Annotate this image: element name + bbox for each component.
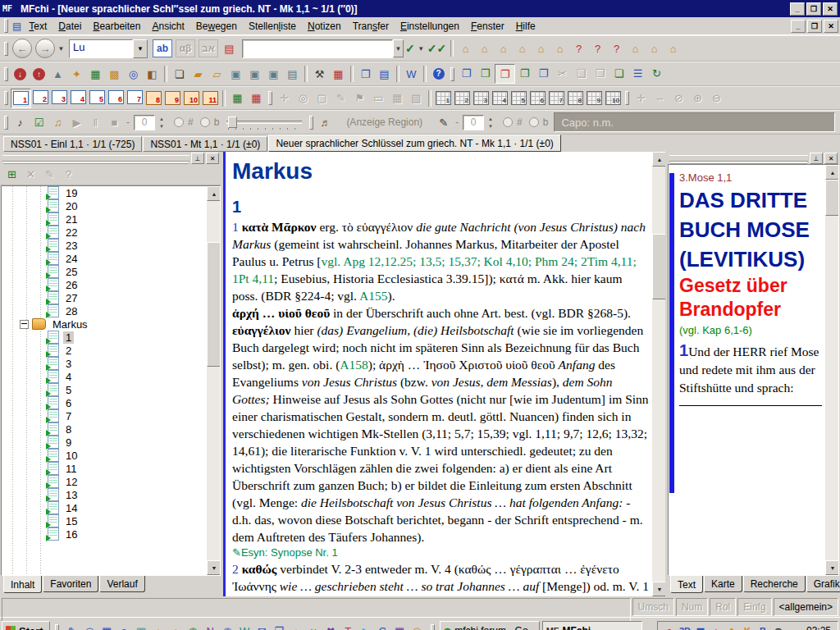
doc-tab-mk[interactable]: Neuer sprachlicher Schlüssel zum griech.… (268, 135, 560, 152)
tree-item-chapter[interactable]: 13 (2, 488, 220, 501)
tree-item-chapter[interactable]: 5 (2, 383, 220, 396)
child-close-button[interactable]: ✕ (824, 20, 838, 33)
refresh-button[interactable]: ↻ (647, 64, 666, 82)
panel-close-icon[interactable]: ✕ (824, 153, 838, 164)
menu-text[interactable]: Text (23, 19, 52, 34)
table-7-button[interactable]: 7 (547, 89, 566, 107)
firefox-icon[interactable]: ● (150, 623, 167, 630)
child-restore-button[interactable]: ❐ (807, 20, 822, 33)
task-browser[interactable]: ◉ mfchi forum - Go... (440, 621, 540, 630)
stop-button[interactable]: ■ (105, 113, 124, 131)
home-8-button[interactable]: ⌂ (645, 39, 664, 57)
spin-up-icon[interactable]: ▲ (157, 115, 167, 122)
menu-transfer[interactable]: Transfer (347, 19, 395, 34)
translation-combo[interactable]: Lu ▼ (69, 40, 148, 57)
layout-7-button[interactable]: 7 (126, 89, 144, 107)
network-places-icon[interactable]: ▦ (98, 623, 116, 630)
minimize-button[interactable]: _ (790, 2, 805, 16)
contents-panel-header[interactable]: ⊥ ✕ (1, 152, 221, 164)
hebrew-search-toggle[interactable]: אב (199, 39, 218, 57)
close-button[interactable]: ✕ (823, 2, 838, 16)
imaging-icon[interactable]: ▣ (133, 623, 150, 630)
playlist-button[interactable]: ♪ (11, 113, 30, 131)
doc-tab-mt[interactable]: NSS01 - Mt 1,1 · 1/1 (±0) (143, 136, 267, 152)
region-edit-button[interactable]: ✎ (434, 113, 453, 131)
tree-item-chapter[interactable]: 14 (2, 501, 220, 514)
menu-ansicht[interactable]: Ansicht (146, 19, 189, 34)
windows-icon[interactable]: ❐ (271, 623, 288, 630)
tree-item-book-markus[interactable]: Markus (2, 317, 220, 331)
tree-item-chapter[interactable]: 15 (2, 514, 220, 527)
opera-icon[interactable]: ● (167, 623, 185, 630)
tree-item-chapter[interactable]: 3 (2, 357, 220, 370)
tab-recherche[interactable]: Recherche (743, 576, 806, 592)
display-options-button[interactable]: ▦ (329, 65, 348, 83)
go-dropdown-button[interactable]: ▼ (417, 40, 426, 57)
layout-5-button[interactable]: 5 (88, 89, 107, 107)
tree-item-chapter[interactable]: 1 (2, 331, 220, 344)
zoom-select-button[interactable]: ⊘ (669, 89, 688, 107)
home-3-button[interactable]: ⌂ (494, 39, 513, 57)
mountain-icon[interactable]: ▲ (48, 65, 67, 83)
tree-item-chapter[interactable]: 26 (2, 278, 220, 291)
reference-dropdown-button[interactable]: ▼ (393, 39, 404, 57)
menu-bearbeiten[interactable]: Bearbeiten (87, 19, 146, 34)
go-all-button[interactable]: ✓✓ (426, 42, 448, 55)
guitar-chords-button[interactable]: ♬ (316, 113, 335, 131)
save-as-button[interactable]: ▣ (245, 65, 264, 83)
onenote-icon[interactable]: N (202, 623, 219, 630)
table-4-button[interactable]: 4 (491, 89, 509, 107)
tree-item-chapter[interactable]: 25 (2, 265, 220, 278)
table-verify-button[interactable]: ▦ (388, 89, 407, 107)
tree-item-chapter[interactable]: 21 (2, 212, 220, 226)
dictionary-icon[interactable]: ▤ (220, 39, 239, 57)
combo-dropdown-icon[interactable]: ▼ (133, 39, 148, 58)
paste-word-button[interactable]: ❐ (534, 64, 553, 82)
chrome-icon[interactable]: ◉ (185, 623, 202, 630)
swirl-icon[interactable]: ◎ (409, 623, 426, 630)
paste-table-button[interactable]: ❐ (476, 64, 495, 82)
table-10-button[interactable]: 10 (604, 89, 623, 107)
document-view[interactable]: Markus 1 1 κατὰ Μᾶρκον erg. τὸ εὐαγγέλιο… (223, 152, 665, 596)
ebay-tray-icon[interactable]: e (663, 626, 676, 630)
import-text-button[interactable]: ❏ (609, 64, 628, 82)
scroll-down-icon[interactable]: ▼ (825, 560, 839, 575)
pin-icon[interactable]: ⊥ (191, 153, 204, 164)
scroll-up-icon[interactable]: ▲ (207, 186, 221, 201)
flat-radio[interactable] (200, 117, 210, 127)
avira-tray-icon[interactable]: ▲ (710, 626, 723, 630)
tree-item-chapter[interactable]: 24 (2, 252, 220, 265)
layout-8-button[interactable]: 8 (144, 89, 163, 107)
paste-tif-button[interactable]: ❐ (495, 64, 515, 84)
tree-item-chapter[interactable]: 16 (2, 527, 220, 541)
bells-icon[interactable]: ✦ (67, 65, 86, 83)
spin-down-icon[interactable]: ▼ (157, 122, 167, 130)
capo-stepper[interactable]: ▲ ▼ (486, 115, 495, 130)
open-button[interactable]: ▰ (189, 65, 208, 83)
year3d-tray-icon[interactable]: 3D (678, 626, 692, 630)
scrollbar-thumb[interactable] (652, 234, 665, 299)
arrow-icon[interactable]: ➤ (357, 623, 374, 630)
go-button[interactable]: ✓ (404, 42, 417, 55)
help-button[interactable]: ? (429, 65, 448, 83)
menu-einstellungen[interactable]: Einstellungen (395, 19, 465, 34)
menu-hilfe[interactable]: Hilfe (510, 19, 541, 34)
edit-pencil-button[interactable]: ✎ (331, 89, 350, 107)
transpose-value-field[interactable]: 0 (134, 115, 155, 130)
layout-10-button[interactable]: 10 (182, 89, 201, 107)
door-exit-icon[interactable]: ◧ (143, 65, 162, 83)
network-tray-icon[interactable]: ▦ (694, 626, 707, 630)
paste-special-button[interactable]: ❒ (591, 64, 609, 82)
layout-2-button[interactable]: 2 (31, 89, 50, 107)
mediaplayer-icon[interactable]: ◉ (219, 623, 236, 630)
menu-stellenliste[interactable]: Stellenliste (243, 19, 302, 34)
structure-icon[interactable]: ▦ (86, 65, 105, 83)
search-icon[interactable]: ◎ (81, 623, 98, 630)
notes-button[interactable]: ♫ (48, 113, 67, 131)
table-1-button[interactable]: 1 (434, 89, 453, 107)
home-5-button[interactable]: ⌂ (532, 39, 550, 57)
ie-icon[interactable]: e (116, 623, 133, 630)
spin-down-icon[interactable]: ▼ (486, 122, 495, 130)
tools-button[interactable]: ⚒ (310, 65, 329, 83)
table-9-button[interactable]: 9 (585, 89, 604, 107)
